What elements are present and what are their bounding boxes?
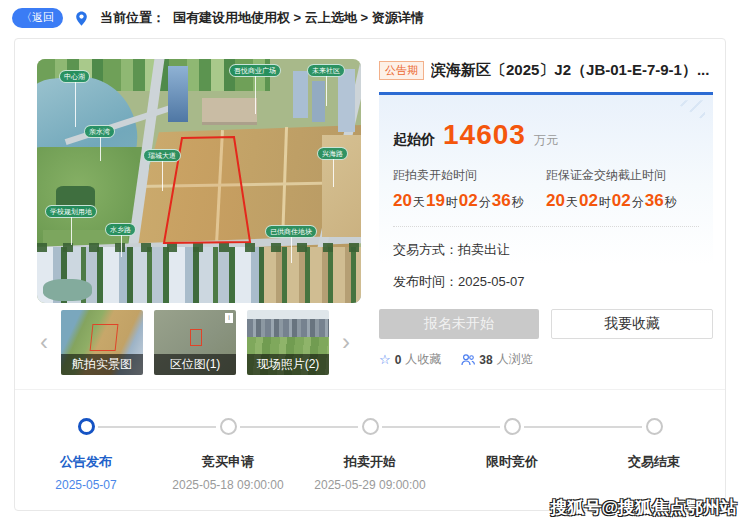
resource-card: 中心湖 亲水湾 瑞城大道 吾悦商业广场 未来社区 兴海路 学校规划用地 水乡路 … [14, 38, 726, 511]
timeline: 公告发布 2025-05-07 竞买申请 2025-05-18 09:00:00… [15, 389, 725, 492]
location-pin-icon [73, 10, 90, 27]
land-detail-page: 〈返回 当前位置： 国有建设用地使用权 > 云上选地 > 资源详情 [0, 0, 740, 521]
page-title: 滨海新区〔2025〕J2（JB-01-E-7-9-1）... [431, 61, 709, 80]
price-unit: 万元 [534, 132, 558, 149]
breadcrumb-path[interactable]: 国有建设用地使用权 > 云上选地 > 资源详情 [173, 9, 424, 27]
aerial-photo[interactable]: 中心湖 亲水湾 瑞城大道 吾悦商业广场 未来社区 兴海路 学校规划用地 水乡路 … [37, 59, 361, 303]
favorite-button[interactable]: 我要收藏 [551, 309, 713, 339]
price-label: 起始价 [393, 131, 435, 149]
map-label: 未来社区 [307, 64, 345, 77]
map-label: 学校规划用地 [45, 205, 97, 218]
thumbnail-aerial[interactable]: 航拍实景图 [61, 310, 143, 375]
thumbnail-location-map[interactable]: i 区位图(1) [154, 310, 236, 375]
price-value: 14603 [443, 119, 526, 151]
timeline-circle [362, 418, 379, 435]
mini-parcel-outline [190, 329, 201, 346]
trade-method-line: 交易方式：拍卖出让 [393, 241, 699, 259]
timeline-step-limited-bidding: 限时竞价 [441, 418, 583, 492]
star-icon: ☆ [379, 352, 391, 367]
countdown-auction-time: 20天19时02分36秒 [393, 191, 546, 211]
carousel-prev-icon[interactable]: ‹ [33, 330, 55, 354]
thumb-skyline [247, 319, 329, 339]
timeline-circle [646, 418, 663, 435]
countdown-auction-start: 距拍卖开始时间 20天19时02分36秒 [393, 167, 546, 211]
map-label: 中心湖 [59, 70, 90, 83]
detail-panel: 公告期 滨海新区〔2025〕J2（JB-01-E-7-9-1）... 起始价 1… [379, 53, 713, 368]
user-group-icon [461, 354, 475, 366]
watermark: 搜狐号@搜狐焦点鄂州站 [550, 496, 737, 519]
carousel-next-icon[interactable]: › [335, 330, 357, 354]
mini-parcel-outline [89, 324, 118, 351]
view-count: 38 人浏览 [461, 351, 532, 368]
thumbnail-caption: 航拍实景图 [61, 354, 143, 375]
timeline-step-deal-end: 交易结束 [583, 418, 725, 492]
breadcrumb: 当前位置： 国有建设用地使用权 > 云上选地 > 资源详情 [100, 9, 424, 27]
map-label: 亲水湾 [84, 125, 115, 138]
timeline-circle [78, 418, 95, 435]
stats-row: ☆ 0 人收藏 38 人浏览 [379, 351, 713, 368]
map-label: 吾悦商业广场 [229, 64, 281, 77]
thumbnail-site-photo[interactable]: 现场照片(2) [247, 310, 329, 375]
breadcrumb-prefix: 当前位置： [100, 9, 165, 27]
map-label: 已供商住地块 [265, 225, 317, 238]
thumbnail-caption: 区位图(1) [154, 354, 236, 375]
publish-date-line: 发布时间：2025-05-07 [393, 273, 699, 291]
timeline-circle [220, 418, 237, 435]
timeline-step-announce: 公告发布 2025-05-07 [15, 418, 157, 492]
map-label: 瑞城大道 [143, 149, 181, 162]
favorite-count: ☆ 0 人收藏 [379, 351, 441, 368]
thumbnail-caption: 现场照片(2) [247, 354, 329, 375]
map-label: 水乡路 [105, 223, 136, 236]
countdown-deposit-time: 20天02时02分36秒 [546, 191, 699, 211]
timeline-step-apply: 竞买申请 2025-05-18 09:00:00 [157, 418, 299, 492]
topbar: 〈返回 当前位置： 国有建设用地使用权 > 云上选地 > 资源详情 [0, 0, 740, 36]
status-badge: 公告期 [379, 61, 424, 80]
countdown-deposit-deadline: 距保证金交纳截止时间 20天02时02分36秒 [546, 167, 699, 211]
back-button[interactable]: 〈返回 [12, 8, 63, 28]
signup-button[interactable]: 报名未开始 [379, 309, 539, 339]
price-card: 起始价 14603 万元 距拍卖开始时间 20天19时02分36秒 距保证金交纳… [379, 92, 713, 295]
red-parcel-outline [37, 59, 361, 303]
thumbnail-carousel: ‹ 航拍实景图 i 区位图(1) 现场照片(2) › [33, 307, 365, 377]
info-icon: i [225, 313, 233, 323]
timeline-circle [504, 418, 521, 435]
timeline-step-auction-start: 拍卖开始 2025-05-29 09:00:00 [299, 418, 441, 492]
map-label: 兴海路 [317, 147, 348, 160]
dotted-divider [393, 226, 699, 227]
